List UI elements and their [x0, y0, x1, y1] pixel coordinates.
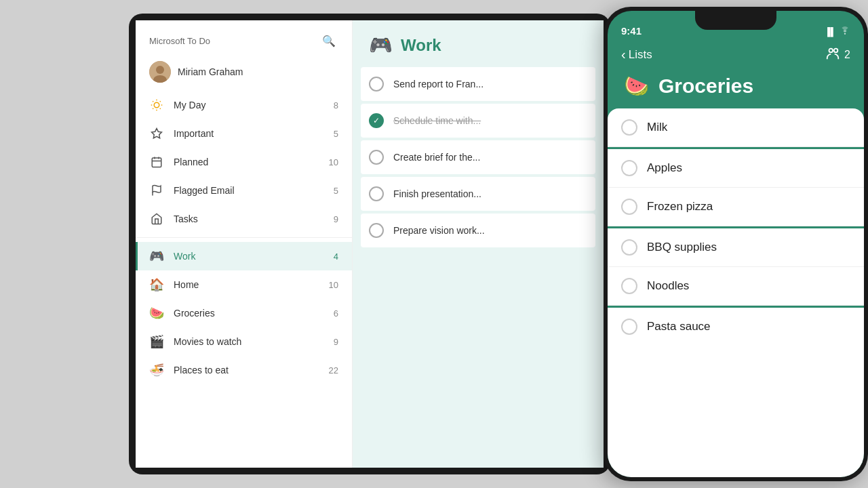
sidebar-header: Microsoft To Do 🔍 [136, 20, 352, 56]
nav-count-home: 10 [329, 280, 338, 290]
svg-line-11 [160, 101, 161, 102]
flag-icon [149, 183, 164, 198]
nav-label-places: Places to eat [174, 365, 319, 375]
people-count: 2 [844, 49, 850, 61]
nav-label-flagged: Flagged Email [174, 185, 324, 196]
task-item-1[interactable]: Send report to Fran... [361, 67, 595, 101]
active-indicator [136, 242, 138, 270]
nav-label-important: Important [174, 128, 324, 139]
nav-item-work[interactable]: 🎮 Work 4 [136, 242, 352, 270]
grocery-text-2: Apples [647, 161, 682, 175]
back-button[interactable]: ‹ Lists [621, 47, 652, 62]
grocery-item-4[interactable]: BBQ supplies [608, 228, 864, 267]
nav-label-movies: Movies to watch [174, 336, 324, 347]
app-title: Microsoft To Do [149, 36, 210, 46]
home-icon [149, 211, 164, 226]
phone-nav-bar: ‹ Lists 2 [608, 41, 864, 68]
svg-point-19 [834, 49, 838, 53]
work-icon: 🎮 [149, 249, 164, 264]
grocery-text-6: Pasta sauce [647, 320, 711, 333]
work-panel: 🎮 Work Send report to Fran... ✓ Schedule… [353, 20, 604, 468]
wifi-icon [840, 26, 850, 37]
nav-count-my-day: 8 [334, 100, 338, 110]
phone-nav-right: 2 [825, 46, 850, 63]
task-text-1: Send report to Fran... [393, 79, 484, 89]
task-circle-3[interactable] [369, 150, 384, 165]
svg-point-18 [829, 49, 833, 53]
sun-icon [149, 98, 164, 113]
grocery-circle-4[interactable] [621, 239, 637, 256]
svg-point-3 [154, 102, 159, 108]
task-text-4: Finish presentation... [393, 188, 481, 199]
grocery-list: Milk Apples Frozen pizza BBQ supplies No… [608, 108, 864, 477]
task-item-3[interactable]: Create brief for the... [361, 140, 595, 174]
nav-label-my-day: My Day [174, 100, 324, 110]
nav-label-home: Home [174, 279, 319, 290]
nav-item-planned[interactable]: Planned 10 [136, 148, 352, 176]
task-item-5[interactable]: Prepare vision work... [361, 214, 595, 247]
nav-item-home[interactable]: 🏠 Home 10 [136, 270, 352, 299]
nav-count-flagged: 5 [334, 186, 338, 196]
grocery-circle-5[interactable] [621, 278, 637, 294]
svg-rect-13 [152, 158, 161, 167]
people-icon [825, 46, 840, 63]
back-label: Lists [629, 48, 652, 62]
task-item-4[interactable]: Finish presentation... [361, 177, 595, 211]
phone-title-area: 🍉 Groceries [608, 68, 864, 108]
work-panel-title: Work [401, 36, 441, 55]
sidebar-divider [136, 237, 352, 238]
grocery-circle-3[interactable] [621, 199, 637, 215]
grocery-text-3: Frozen pizza [647, 200, 713, 214]
svg-line-7 [160, 108, 161, 109]
task-text-2: Schedule time with... [393, 115, 481, 126]
sidebar: Microsoft To Do 🔍 Miriam Graham [136, 20, 353, 468]
grocery-item-5[interactable]: Noodles [608, 267, 864, 306]
groceries-icon: 🍉 [149, 306, 164, 321]
svg-line-10 [153, 108, 153, 109]
back-chevron-icon: ‹ [621, 47, 626, 62]
grocery-item-6[interactable]: Pasta sauce [608, 308, 864, 346]
task-circle-2[interactable]: ✓ [369, 113, 384, 128]
work-header: 🎮 Work [353, 20, 604, 67]
work-panel-emoji: 🎮 [369, 34, 393, 56]
phone-notch [695, 11, 776, 30]
grocery-text-1: Milk [647, 121, 667, 134]
task-circle-4[interactable] [369, 186, 384, 201]
nav-label-work: Work [174, 251, 324, 262]
grocery-item-3[interactable]: Frozen pizza [608, 188, 864, 226]
grocery-text-4: BBQ supplies [647, 241, 717, 254]
task-text-3: Create brief for the... [393, 152, 480, 163]
nav-item-important[interactable]: Important 5 [136, 119, 352, 148]
signal-icon: ▐▌ [825, 27, 836, 37]
svg-marker-12 [152, 129, 162, 138]
task-item-2[interactable]: ✓ Schedule time with... [361, 104, 595, 138]
status-time: 9:41 [621, 25, 642, 37]
nav-label-tasks: Tasks [174, 214, 324, 224]
nav-item-flagged[interactable]: Flagged Email 5 [136, 176, 352, 205]
nav-label-planned: Planned [174, 157, 319, 167]
avatar [149, 61, 171, 83]
tablet-device: Microsoft To Do 🔍 Miriam Graham [129, 14, 610, 474]
task-circle-1[interactable] [369, 77, 384, 92]
nav-item-tasks[interactable]: Tasks 9 [136, 205, 352, 233]
user-name: Miriam Graham [178, 66, 338, 77]
grocery-text-5: Noodles [647, 279, 689, 293]
nav-item-places[interactable]: 🍜 Places to eat 22 [136, 356, 352, 384]
nav-item-groceries[interactable]: 🍉 Groceries 6 [136, 299, 352, 327]
nav-label-groceries: Groceries [174, 308, 324, 319]
star-icon [149, 126, 164, 141]
grocery-item-1[interactable]: Milk [608, 108, 864, 147]
search-button[interactable]: 🔍 [319, 31, 338, 50]
phone-device: 9:41 ▐▌ ‹ Lists [604, 7, 868, 481]
task-circle-5[interactable] [369, 223, 384, 238]
grocery-circle-2[interactable] [621, 160, 637, 176]
status-icons: ▐▌ [825, 26, 850, 37]
nav-count-planned: 10 [329, 157, 338, 167]
grocery-circle-1[interactable] [621, 119, 637, 136]
grocery-item-2[interactable]: Apples [608, 149, 864, 188]
nav-count-tasks: 9 [334, 214, 338, 224]
nav-item-my-day[interactable]: My Day 8 [136, 91, 352, 119]
grocery-circle-6[interactable] [621, 319, 637, 335]
tablet-screen: Microsoft To Do 🔍 Miriam Graham [136, 20, 604, 468]
nav-item-movies[interactable]: 🎬 Movies to watch 9 [136, 327, 352, 356]
